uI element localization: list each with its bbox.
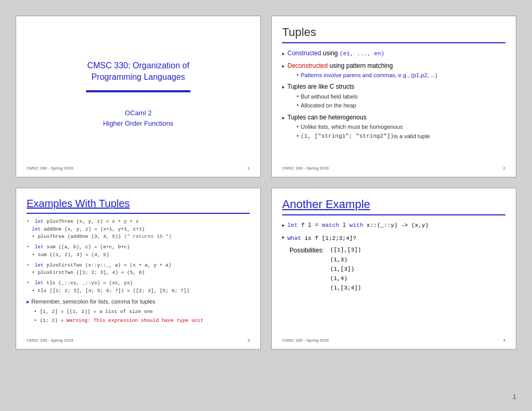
bullet-arrow-3: ▸ (282, 83, 285, 91)
constructed-code: (e1, ..., en) (340, 51, 384, 57)
slide3-footer: CMSC 330 - Spring 2016 3 (27, 335, 250, 343)
slide4-title: Another Example (282, 198, 505, 211)
slide3-section-4: • let tls (_::xs, _::ys) = (xs, ys) • tl… (27, 280, 250, 295)
possibilities-list: ([1],[3]) (1,3) (1,[3]) (1,4) (1,[3;4]) (330, 245, 361, 293)
slide2-sub-2: Patterns involve parens and commas, e.g.… (297, 71, 437, 80)
slide2-bullet-1: ▸ Constructed using (e1, ..., en) (282, 49, 505, 59)
slide-4: Another Example ▸ let f l = match l with… (271, 188, 516, 349)
slide2-sub-4: Unlike lists, which must be homogenous (… (297, 123, 430, 141)
slide2-sub-3-2: Allocated on the heap (297, 101, 358, 111)
slide1-title-line2: Programming Languages (91, 72, 185, 81)
bullet-arrow-4: ▸ (282, 114, 285, 122)
possibility-5: (1,[3;4]) (330, 283, 361, 293)
bullet-arrow-2: ▸ (282, 62, 285, 70)
slide-3: Examples With Tuples • let plusThree (x,… (16, 188, 261, 349)
slide3-section-1: • let plusThree (x, y, z) = x + y + z le… (27, 218, 250, 241)
slide4-footer-text: CMSC 330 - Spring 2016 (282, 338, 329, 343)
slide4-divider (282, 214, 505, 215)
slide2-bullet-4: ▸ Tuples can be heterogenous Unlike list… (282, 113, 505, 141)
slide2-bullet-2: ▸ Deconstructed using pattern matching P… (282, 61, 505, 80)
slide4-content: ▸ let f l = match l with x::(_::y) -> (x… (282, 221, 505, 293)
slide2-footer: CMSC 330 - Spring 2016 2 (282, 163, 505, 171)
slide1-footer: CMSC 330 - Spring 2016 1 (27, 163, 250, 171)
slide1-footer-text: CMSC 330 - Spring 2016 (27, 166, 73, 171)
slide2-page-number: 2 (503, 166, 505, 171)
slide4-bullet-1: ▸ let f l = match l with x::(_::y) -> (x… (282, 221, 505, 231)
possibility-1: ([1],[3]) (330, 245, 361, 255)
slide4-page-number: 4 (503, 338, 505, 343)
possibility-2: (1,3) (330, 255, 361, 264)
slide2-footer-text: CMSC 330 - Spring 2016 (282, 166, 329, 171)
slide1-subtitle-line1: OCaml 2 (125, 109, 151, 117)
slide2-title: Tuples (282, 26, 505, 39)
slide2-bullet-1-text: Constructed using (e1, ..., en) (287, 49, 384, 59)
slide4-bullet-2: ▸ What is f [1;2;3;4]? (282, 233, 505, 244)
slide-1: CMSC 330: Organization of Programming La… (16, 16, 261, 177)
slides-grid: CMSC 330: Organization of Programming La… (16, 16, 516, 349)
deconstructed-label: Deconstructed (287, 62, 328, 69)
slide3-section-5: ▸ Remember, semicolon for lists, comma f… (27, 297, 250, 324)
bullet-arrow-1: ▸ (282, 50, 285, 58)
slide3-code: • let plusThree (x, y, z) = x + y + z le… (27, 218, 250, 328)
slide1-subtitle: OCaml 2 Higher Order Functions (103, 108, 173, 128)
slide2-sub-3-1: But without field labels (297, 92, 358, 102)
slide1-content: CMSC 330: Organization of Programming La… (27, 26, 250, 163)
slide2-sub-4-1: Unlike lists, which must be homogenous (297, 123, 430, 132)
slide2-bullet-4-text: Tuples can be heterogenous Unlike lists,… (287, 113, 430, 141)
slide3-divider (27, 213, 250, 214)
slide2-bullet-2-text: Deconstructed using pattern matching Pat… (287, 61, 437, 80)
slide2-bullet-3-text: Tuples are like C structs But without fi… (287, 82, 358, 110)
slide4-possibilities: Possibilities: ([1],[3]) (1,3) (1,[3]) (… (282, 245, 505, 293)
slide1-divider (86, 90, 190, 92)
slide3-section-3: • let plusFirstTwo (x::y::_, a) = (x + a… (27, 262, 250, 277)
slide1-title: CMSC 330: Organization of Programming La… (87, 60, 189, 83)
slide2-divider (282, 42, 505, 43)
slide3-section-2: • let sum ((a, b), c) = (a+c, b+c) • sum… (27, 244, 250, 259)
slide2-bullets: ▸ Constructed using (e1, ..., en) ▸ Deco… (282, 49, 505, 143)
possibility-3: (1,[3]) (330, 264, 361, 274)
constructed-label: Constructed (287, 50, 321, 57)
slide3-footer-text: CMSC 330 - Spring 2016 (27, 338, 73, 343)
page-corner-number: 1 (513, 393, 516, 401)
possibility-4: (1,4) (330, 274, 361, 283)
slide2-sub-4-2: (1, ["string1"; "string2"]) is a valid t… (297, 132, 430, 141)
slide2-sub-2-1: Patterns involve parens and commas, e.g.… (297, 71, 437, 80)
slide3-title: Examples With Tuples (27, 198, 250, 210)
slide2-sub-3: But without field labels Allocated on th… (297, 92, 358, 111)
slide-2: Tuples ▸ Constructed using (e1, ..., en)… (271, 16, 516, 177)
slide1-title-line1: CMSC 330: Organization of (87, 61, 189, 70)
slide4-footer: CMSC 330 - Spring 2016 4 (282, 335, 505, 343)
slide2-bullet-3: ▸ Tuples are like C structs But without … (282, 82, 505, 110)
slide3-page-number: 3 (248, 338, 250, 343)
slide1-page-number: 1 (248, 166, 250, 171)
slide1-subtitle-line2: Higher Order Functions (103, 119, 173, 127)
